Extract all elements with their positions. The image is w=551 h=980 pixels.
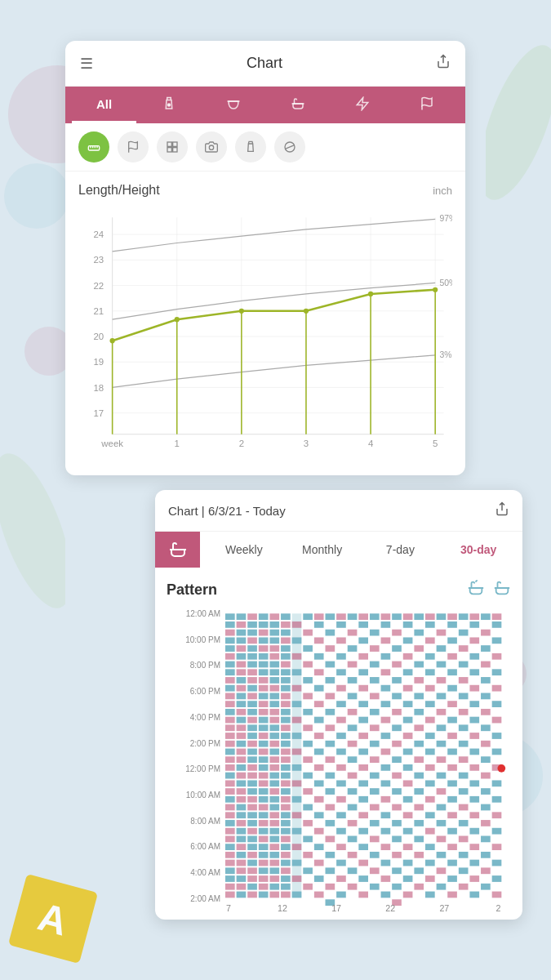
svg-rect-492 xyxy=(414,677,424,684)
tab-7day[interactable]: 7-day xyxy=(363,532,438,568)
pattern-section: Pattern xyxy=(155,568,522,920)
svg-text:22: 22 xyxy=(93,281,104,291)
svg-rect-624 xyxy=(492,717,502,724)
svg-rect-538 xyxy=(437,820,447,826)
filter-tab-flag[interactable] xyxy=(394,87,459,123)
svg-rect-384 xyxy=(348,741,358,747)
svg-rect-635 xyxy=(492,892,502,898)
share-icon-top[interactable] xyxy=(436,54,451,73)
svg-rect-361 xyxy=(336,669,346,675)
svg-rect-123 xyxy=(237,780,247,786)
svg-rect-475 xyxy=(403,701,413,707)
svg-rect-553 xyxy=(447,764,457,771)
svg-rect-359 xyxy=(336,637,346,644)
svg-text:week: week xyxy=(100,439,123,448)
svg-rect-198 xyxy=(259,804,269,811)
svg-rect-75 xyxy=(225,685,235,692)
svg-rect-292 xyxy=(292,764,302,771)
tab-30day[interactable]: 30-day xyxy=(441,532,516,568)
bath-icon-side[interactable] xyxy=(155,532,200,568)
svg-point-61 xyxy=(368,292,373,296)
svg-rect-201 xyxy=(259,828,269,835)
svg-rect-319 xyxy=(314,613,324,620)
svg-rect-323 xyxy=(314,669,324,675)
svg-rect-374 xyxy=(336,875,346,882)
svg-text:21: 21 xyxy=(93,306,104,316)
svg-rect-364 xyxy=(336,717,346,724)
svg-rect-456 xyxy=(392,709,402,715)
filter-tab-all[interactable]: All xyxy=(72,87,136,123)
svg-rect-555 xyxy=(447,796,457,803)
svg-rect-268 xyxy=(281,788,291,795)
svg-rect-132 xyxy=(237,852,247,858)
svg-rect-453 xyxy=(392,662,402,668)
svg-rect-202 xyxy=(259,836,269,843)
menu-icon[interactable]: ☰ xyxy=(80,55,93,73)
pattern-title: Pattern xyxy=(167,581,217,599)
svg-rect-520 xyxy=(425,828,435,835)
svg-rect-297 xyxy=(292,844,302,850)
icon-btn-camera[interactable] xyxy=(196,131,227,163)
filter-tab-bowl[interactable] xyxy=(201,87,265,123)
svg-rect-593 xyxy=(469,812,479,818)
svg-rect-405 xyxy=(358,780,368,786)
svg-rect-232 xyxy=(269,788,279,795)
chart-unit: inch xyxy=(433,185,452,197)
svg-rect-159 xyxy=(247,780,257,786)
svg-rect-169 xyxy=(247,860,257,866)
svg-rect-428 xyxy=(370,852,380,858)
svg-rect-335 xyxy=(314,860,324,866)
tab-weekly[interactable]: Weekly xyxy=(207,532,282,568)
svg-rect-598 xyxy=(469,892,479,898)
filter-tab-activity[interactable] xyxy=(330,87,394,123)
icon-btn-lotion[interactable] xyxy=(235,131,266,163)
svg-rect-479 xyxy=(403,764,413,771)
svg-rect-220 xyxy=(269,693,279,700)
svg-rect-181 xyxy=(259,669,269,675)
svg-rect-217 xyxy=(269,669,279,675)
icon-btn-grid[interactable] xyxy=(157,131,188,163)
svg-rect-509 xyxy=(425,653,435,660)
svg-rect-133 xyxy=(237,860,247,866)
svg-rect-90 xyxy=(225,804,235,811)
icon-btn-ruler[interactable] xyxy=(78,131,109,163)
svg-rect-595 xyxy=(469,844,479,850)
svg-rect-322 xyxy=(314,653,324,660)
svg-rect-619 xyxy=(492,637,502,644)
svg-rect-281 xyxy=(281,892,291,898)
svg-rect-406 xyxy=(358,796,368,803)
svg-rect-621 xyxy=(492,669,502,675)
svg-rect-459 xyxy=(392,756,402,763)
filter-tab-bath[interactable] xyxy=(265,87,330,123)
svg-rect-88 xyxy=(225,788,235,795)
bath-icon-2[interactable] xyxy=(493,579,511,601)
tab-monthly[interactable]: Monthly xyxy=(285,532,360,568)
icon-btn-medicine[interactable] xyxy=(274,131,305,163)
bath-icon-1[interactable] xyxy=(467,579,485,601)
svg-rect-529 xyxy=(437,677,447,684)
svg-rect-215 xyxy=(269,653,279,660)
svg-rect-526 xyxy=(437,630,447,636)
svg-rect-321 xyxy=(314,637,324,644)
svg-rect-139 xyxy=(247,621,257,628)
svg-rect-465 xyxy=(392,852,402,858)
svg-rect-416 xyxy=(370,662,380,668)
svg-rect-531 xyxy=(437,709,447,715)
svg-rect-266 xyxy=(281,773,291,779)
y-label-10pm: 10:00 PM xyxy=(167,635,225,644)
svg-rect-317 xyxy=(303,867,313,874)
icon-btn-flag2[interactable] xyxy=(118,131,149,163)
svg-text:4: 4 xyxy=(368,439,374,448)
svg-rect-507 xyxy=(425,621,435,628)
svg-rect-393 xyxy=(348,884,358,890)
share-icon-bottom[interactable] xyxy=(495,501,509,519)
svg-rect-206 xyxy=(259,867,269,874)
svg-rect-413 xyxy=(370,613,380,620)
filter-bar: All xyxy=(65,87,465,123)
svg-rect-473 xyxy=(403,669,413,675)
svg-rect-510 xyxy=(425,669,435,675)
svg-rect-253 xyxy=(281,669,291,675)
top-card-title: Chart xyxy=(93,55,436,72)
svg-rect-245 xyxy=(269,892,279,898)
filter-tab-bottle[interactable] xyxy=(136,87,201,123)
